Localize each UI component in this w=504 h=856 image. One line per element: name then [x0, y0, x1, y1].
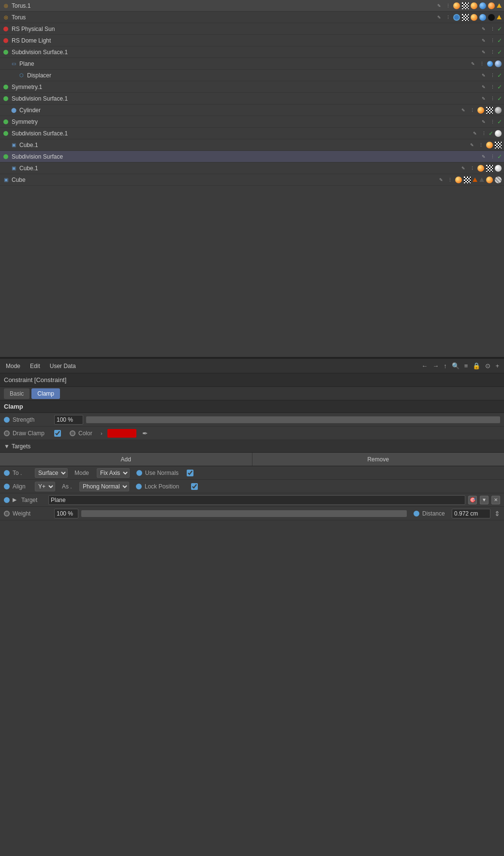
draw-clamp-checkbox[interactable] — [54, 430, 61, 437]
edit-icon12[interactable]: ✎ — [471, 130, 479, 137]
mat-checker[interactable] — [462, 2, 469, 9]
dots-icon10[interactable]: ⋮ — [468, 106, 476, 114]
scene-item-symmetry1[interactable]: Symmetry.1 ✎ ⋮ ✓ — [0, 81, 504, 93]
dots-icon4[interactable]: ⋮ — [489, 37, 496, 44]
mat-white[interactable] — [495, 130, 502, 137]
edit-icon13[interactable]: ✎ — [468, 141, 476, 149]
lock-position-radio[interactable] — [136, 484, 142, 489]
color-radio[interactable] — [70, 430, 75, 436]
mat-gold6[interactable] — [455, 177, 462, 183]
remove-button[interactable]: Remove — [252, 453, 504, 466]
tab-clamp[interactable]: Clamp — [31, 388, 60, 399]
dots-icon14[interactable]: ⋮ — [489, 153, 496, 161]
edit-icon15[interactable]: ✎ — [460, 164, 467, 172]
dots-icon11[interactable]: ⋮ — [489, 118, 496, 126]
toolbar-edit[interactable]: Edit — [28, 362, 42, 370]
as-select[interactable]: Phong Normal Normal — [79, 482, 129, 491]
scene-item-symmetry[interactable]: Symmetry ✎ ⋮ ✓ — [0, 116, 504, 128]
target-icon-btn3[interactable]: ✕ — [491, 496, 500, 504]
mat-checker5[interactable] — [486, 165, 493, 172]
lock-position-checkbox[interactable] — [191, 483, 198, 490]
scene-item-rsphysicalsun[interactable]: RS Physical Sun ✎ ⋮ ✓ — [0, 23, 504, 35]
use-normals-checkbox[interactable] — [187, 470, 193, 476]
dots-icon3[interactable]: ⋮ — [489, 25, 496, 33]
dots-icon16[interactable]: ⋮ — [446, 176, 454, 184]
mat-blue2[interactable] — [479, 14, 486, 21]
mat-gold2[interactable] — [471, 14, 477, 21]
tri-gold2[interactable] — [497, 15, 502, 19]
tab-basic[interactable]: Basic — [4, 388, 30, 399]
distance-input[interactable] — [452, 509, 490, 518]
dots-icon13[interactable]: ⋮ — [477, 141, 485, 149]
weight-radio[interactable] — [4, 511, 10, 517]
edit-icon3[interactable]: ✎ — [480, 25, 488, 33]
mat-gold3[interactable] — [477, 107, 484, 114]
edit-icon[interactable]: ✎ — [435, 2, 443, 10]
edit-icon8[interactable]: ✎ — [480, 83, 488, 91]
target-icon-btn2[interactable]: ▼ — [480, 496, 489, 504]
dots-icon2[interactable]: ⋮ — [444, 14, 452, 21]
mat-gray[interactable] — [495, 107, 502, 114]
dots-icon5[interactable]: ⋮ — [489, 48, 496, 56]
edit-icon16[interactable]: ✎ — [437, 176, 445, 184]
edit-icon9[interactable]: ✎ — [480, 95, 488, 103]
mat-sphere-gold[interactable] — [453, 2, 460, 9]
target-icon-btn1[interactable]: 🎯 — [468, 496, 477, 504]
scene-item-torus1[interactable]: ◎ Torus.1 ✎ ⋮ — [0, 0, 504, 12]
scene-item-cube1a[interactable]: ▣ Cube.1 ✎ ⋮ — [0, 139, 504, 151]
strength-radio[interactable] — [4, 417, 10, 423]
nav-plus[interactable]: + — [494, 361, 500, 370]
dots-icon9[interactable]: ⋮ — [489, 95, 496, 103]
scene-item-subdivsurface1c[interactable]: Subdivision Surface.1 ✎ ⋮ ✓ — [0, 128, 504, 139]
scene-item-cylinder[interactable]: ⬤ Cylinder ✎ ⋮ — [0, 104, 504, 116]
tri-dark[interactable] — [479, 177, 484, 182]
to-radio[interactable] — [4, 470, 10, 476]
mat-plane[interactable] — [495, 60, 502, 67]
edit-icon6[interactable]: ✎ — [469, 60, 477, 68]
nav-search[interactable]: 🔍 — [451, 361, 460, 370]
mat-black[interactable] — [488, 14, 495, 21]
nav-target[interactable]: ⊙ — [484, 361, 491, 370]
distance-radio[interactable] — [414, 511, 419, 517]
mat-sphere-orange[interactable] — [488, 2, 495, 9]
edit-icon14[interactable]: ✎ — [480, 153, 488, 161]
scene-item-cube1b[interactable]: ▣ Cube.1 ✎ ⋮ — [0, 162, 504, 174]
mat-checker4[interactable] — [495, 142, 502, 148]
edit-icon11[interactable]: ✎ — [480, 118, 488, 126]
scene-item-displacer[interactable]: ⬡ Displacer ✎ ⋮ ✓ — [0, 70, 504, 81]
scene-item-rsdomelight[interactable]: RS Dome Light ✎ ⋮ ✓ — [0, 35, 504, 46]
nav-up[interactable]: ↑ — [443, 361, 448, 370]
mat-stripe[interactable] — [495, 177, 502, 183]
dots-icon12[interactable]: ⋮ — [480, 130, 488, 137]
mat-sphere-gold2[interactable] — [471, 2, 477, 9]
edit-icon2[interactable]: ✎ — [435, 14, 443, 21]
nav-filter[interactable]: ≡ — [463, 361, 469, 370]
draw-clamp-radio[interactable] — [4, 430, 10, 436]
dots-icon15[interactable]: ⋮ — [468, 164, 476, 172]
dots-icon7[interactable]: ⋮ — [489, 72, 496, 79]
edit-icon7[interactable]: ✎ — [480, 72, 488, 79]
mat-white2[interactable] — [495, 165, 502, 172]
nav-back[interactable]: ← — [420, 361, 429, 370]
scene-item-subdivsurface[interactable]: Subdivision Surface ✎ ⋮ ✓ — [0, 151, 504, 162]
align-radio[interactable] — [4, 484, 10, 489]
target-name-input[interactable] — [48, 495, 465, 505]
align-select[interactable]: Y+ X+ Z+ — [35, 482, 55, 491]
edit-icon10[interactable]: ✎ — [460, 106, 467, 114]
mat-gold5[interactable] — [477, 165, 484, 172]
mat-selected[interactable] — [453, 14, 460, 21]
scene-item-cube[interactable]: ▣ Cube ✎ ⋮ — [0, 174, 504, 186]
color-swatch[interactable] — [107, 429, 136, 438]
tri-orange[interactable] — [473, 177, 477, 182]
mat-gold4[interactable] — [486, 142, 493, 148]
tri-gold[interactable] — [497, 3, 502, 8]
mat-checker6[interactable] — [464, 177, 471, 183]
mat-blue-sm[interactable] — [487, 61, 493, 67]
mat-sphere-blue[interactable] — [479, 2, 486, 9]
edit-icon4[interactable]: ✎ — [480, 37, 488, 44]
mat-checker3[interactable] — [486, 107, 493, 114]
dots-icon6[interactable]: ⋮ — [478, 60, 486, 68]
scene-item-plane[interactable]: ▭ Plane ✎ ⋮ — [0, 58, 504, 70]
edit-icon5[interactable]: ✎ — [480, 48, 488, 56]
distance-stepper[interactable]: ⇕ — [494, 510, 500, 517]
